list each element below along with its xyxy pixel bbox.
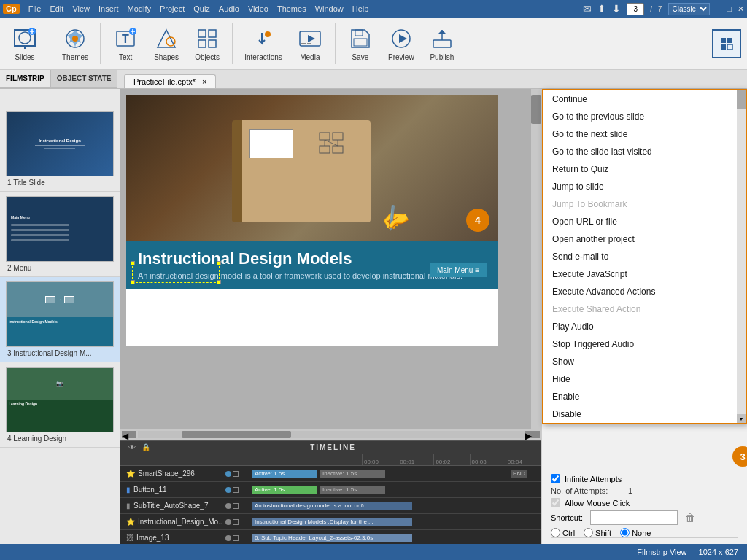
dropdown-scrollbar-thumb[interactable]: [737, 90, 746, 109]
view-mode-select[interactable]: Classic: [668, 3, 710, 15]
menu-project[interactable]: Project: [160, 4, 185, 13]
toolbar-objects[interactable]: Objects: [188, 23, 226, 64]
slide-thumb-4[interactable]: 📷 Learning Design 4 Learning Design: [0, 362, 120, 448]
menu-edit[interactable]: Edit: [50, 4, 63, 13]
radio-ctrl[interactable]: Ctrl: [551, 528, 575, 537]
timeline-row-2[interactable]: ▮ SubTitle_AutoShape_7 An instructional …: [120, 498, 541, 514]
toolbar: Slides Themes T Text Shapes Objects Inte…: [0, 18, 747, 70]
dropdown-execute-js[interactable]: Execute JavaScript: [543, 265, 746, 283]
dropdown-open-url[interactable]: Open URL or file: [543, 213, 746, 230]
menu-view[interactable]: View: [72, 4, 90, 13]
upload-icon[interactable]: ⬆: [597, 3, 606, 15]
timeline-row-0[interactable]: ⭐ SmartShape_296 Active: 1.5s Inactive: …: [120, 466, 541, 482]
shortcut-clear-icon[interactable]: 🗑: [685, 512, 695, 524]
toolbar-text[interactable]: T Text: [107, 23, 144, 64]
vertical-scrollbar[interactable]: [531, 89, 541, 429]
dropdown-jump-slide[interactable]: Jump to slide: [543, 178, 746, 195]
allow-mouse-click-checkbox[interactable]: [551, 498, 560, 508]
bar-active-0: Active: 1.5s: [252, 470, 317, 478]
timeline-ruler: 00:00 00:01 00:02 00:03 00:04: [120, 454, 541, 466]
menu-audio[interactable]: Audio: [219, 4, 239, 13]
row-name-1: ▮ Button_11: [120, 486, 222, 494]
dropdown-continue[interactable]: Continue: [543, 90, 746, 108]
minimize-icon[interactable]: ─: [716, 4, 721, 13]
dropdown-return-quiz[interactable]: Return to Quiz: [543, 160, 746, 178]
none-radio[interactable]: [620, 528, 630, 537]
slide-thumb-3[interactable]: → Instructional Design Models 3 Instruct…: [0, 277, 120, 362]
h-scrollbar-thumb[interactable]: [182, 431, 291, 438]
slide-thumb-2[interactable]: Main Menu 2 Menu: [0, 192, 120, 277]
main-menu-button[interactable]: Main Menu ≡: [430, 263, 487, 277]
dropdown-play-audio[interactable]: Play Audio: [543, 318, 746, 335]
toolbar-save[interactable]: Save: [341, 23, 379, 64]
dropdown-next-slide[interactable]: Go to the next slide: [543, 125, 746, 143]
bar-active-2: An instructional design model is a tool …: [252, 502, 412, 510]
slide-number-input[interactable]: [627, 3, 644, 15]
dropdown-stop-audio[interactable]: Stop Triggered Audio: [543, 335, 746, 353]
toolbar-interactions[interactable]: Interactions: [239, 23, 288, 64]
close-icon[interactable]: ✕: [738, 4, 744, 14]
lock-icon[interactable]: 🔒: [142, 443, 150, 451]
action-dropdown-menu[interactable]: Continue Go to the previous slide Go to …: [542, 89, 747, 424]
timeline-header: 👁 🔒 TIMELINE: [120, 441, 541, 454]
menu-file[interactable]: File: [28, 4, 42, 13]
vertical-scrollbar-thumb[interactable]: [531, 95, 541, 124]
infinite-attempts-checkbox[interactable]: [551, 474, 560, 483]
timeline-row-3[interactable]: ⭐ Instructional_Design_Mo... Instruction…: [120, 514, 541, 530]
dropdown-open-project[interactable]: Open another project: [543, 230, 746, 248]
download-icon[interactable]: ⬇: [612, 3, 621, 15]
dropdown-disable[interactable]: Disable: [543, 405, 746, 423]
shortcut-input[interactable]: [590, 510, 678, 525]
dropdown-last-visited[interactable]: Go to the slide last visited: [543, 143, 746, 160]
dropdown-enable[interactable]: Enable: [543, 388, 746, 405]
scroll-right-btn[interactable]: ▶: [525, 431, 540, 438]
eye-icon[interactable]: 👁: [128, 443, 136, 451]
toolbar-media[interactable]: Media: [291, 23, 329, 64]
row-bar-1: Active: 1.5s Inactive: 1.5s: [252, 485, 541, 495]
toolbar-themes[interactable]: Themes: [56, 23, 94, 64]
no-of-attempts-label: No. of Attempts:: [551, 486, 624, 495]
svg-text:T: T: [122, 33, 129, 45]
menu-quiz[interactable]: Quiz: [193, 4, 210, 13]
file-tab-close[interactable]: ×: [202, 77, 206, 86]
preview-label: Preview: [388, 53, 414, 61]
toolbar-slides[interactable]: Slides: [6, 23, 44, 64]
maximize-icon[interactable]: □: [727, 4, 732, 13]
radio-none[interactable]: None: [620, 528, 651, 537]
star-icon-0: ⭐: [126, 470, 135, 478]
star-icon-3: ⭐: [126, 518, 135, 526]
slide-thumb-1[interactable]: Instructional Design 1 Title Slide: [0, 106, 120, 192]
slide-scroll-area[interactable]: ✍️ 4 Instructional Design Models An inst…: [120, 89, 541, 429]
timeline-row-1[interactable]: ▮ Button_11 Active: 1.5s Inactive: 1.5s: [120, 482, 541, 498]
dropdown-show[interactable]: Show: [543, 353, 746, 370]
shortcut-label: Shortcut:: [551, 513, 583, 522]
text-icon: T: [112, 26, 139, 52]
dropdown-send-email[interactable]: Send e-mail to: [543, 248, 746, 265]
quick-access-icon[interactable]: [712, 29, 741, 58]
menu-modify[interactable]: Modify: [128, 4, 151, 13]
tab-filmstrip[interactable]: FILMSTRIP: [0, 70, 51, 87]
scroll-left-btn[interactable]: ◀: [122, 431, 136, 438]
tab-object-state[interactable]: OBJECT STATE: [51, 70, 118, 87]
toolbar-preview[interactable]: Preview: [382, 23, 420, 64]
timeline-row-4[interactable]: 🖼 Image_13 6. Sub Topic Header Layout_2-…: [120, 530, 541, 544]
shift-radio[interactable]: [584, 528, 593, 537]
toolbar-publish[interactable]: Publish: [423, 23, 461, 64]
dropdown-hide[interactable]: Hide: [543, 370, 746, 388]
notifications-icon[interactable]: ✉: [583, 3, 592, 15]
radio-shift[interactable]: Shift: [584, 528, 611, 537]
ctrl-radio[interactable]: [551, 528, 560, 537]
menu-help[interactable]: Help: [352, 4, 369, 13]
menu-window[interactable]: Window: [315, 4, 344, 13]
menu-video[interactable]: Video: [248, 4, 268, 13]
dropdown-execute-advanced[interactable]: Execute Advanced Actions: [543, 283, 746, 300]
menu-themes[interactable]: Themes: [277, 4, 306, 13]
file-tab[interactable]: PracticeFile.cptx* ×: [124, 74, 216, 88]
dropdown-scrollbar[interactable]: ▼: [737, 90, 746, 423]
toolbar-shapes[interactable]: Shapes: [147, 23, 185, 64]
row-name-3: ⭐ Instructional_Design_Mo...: [120, 518, 222, 526]
dropdown-prev-slide[interactable]: Go to the previous slide: [543, 108, 746, 125]
horizontal-scrollbar[interactable]: ◀ ▶: [120, 429, 541, 440]
dropdown-scroll-down[interactable]: ▼: [737, 414, 746, 423]
menu-insert[interactable]: Insert: [98, 4, 119, 13]
